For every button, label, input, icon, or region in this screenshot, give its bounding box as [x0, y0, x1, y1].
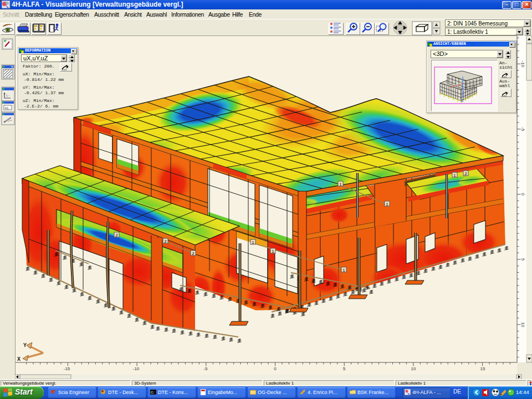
svg-text:2: 2: [464, 171, 467, 176]
svg-text:-5: -5: [520, 127, 525, 131]
svg-text:2: 2: [192, 251, 195, 256]
svg-text:Z: Z: [461, 98, 464, 103]
svg-text:1: 1: [453, 173, 456, 178]
svg-text:0: 0: [274, 366, 277, 371]
svg-text:1: 1: [252, 240, 254, 245]
svg-text:2: 2: [164, 239, 167, 244]
svg-text:-10: -10: [133, 366, 140, 371]
svg-text:5: 5: [343, 366, 346, 371]
svg-text:41: 41: [5, 106, 9, 110]
svg-text:2: 2: [115, 233, 118, 238]
svg-text:10: 10: [520, 322, 525, 327]
svg-text:X: X: [17, 356, 21, 362]
svg-text:1: 1: [386, 202, 388, 207]
svg-text:Y: Y: [23, 342, 27, 349]
svg-text:-15: -15: [64, 366, 70, 371]
svg-text:L·: L·: [6, 94, 10, 98]
svg-text:C:: C:: [151, 391, 154, 394]
svg-text:1: 1: [342, 268, 345, 273]
svg-text:1: 1: [339, 182, 342, 187]
svg-text:-10: -10: [520, 61, 525, 68]
svg-text:5: 5: [520, 258, 525, 261]
svg-text:0: 0: [520, 193, 525, 196]
svg-text:1: 1: [272, 249, 274, 254]
svg-text:-5: -5: [203, 366, 208, 371]
svg-text:15: 15: [480, 366, 485, 371]
svg-text:10: 10: [411, 366, 416, 371]
